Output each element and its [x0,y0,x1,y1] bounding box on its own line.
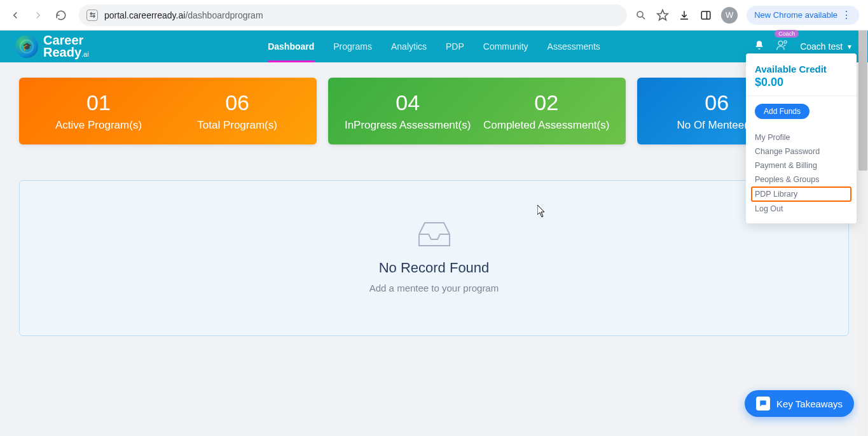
total-programs-value: 06 [168,90,307,115]
scrollbar-track[interactable] [858,31,867,436]
site-settings-icon[interactable]: ⇆ [86,10,98,21]
chevron-down-icon: ▼ [846,43,853,50]
main-nav: Dashboard Programs Analytics PDP Communi… [268,31,600,62]
dropdown-links: My Profile Change Password Payment & Bil… [746,127,857,216]
chat-icon [756,397,770,411]
empty-state-panel: No Record Found Add a mentee to your pro… [19,180,849,336]
address-bar[interactable]: ⇆ portal.careerready.ai/dashboardprogram [79,4,627,26]
completed-assessments-value: 02 [477,90,616,115]
logo-text: Career Ready.ai [43,34,89,59]
chrome-update-label: New Chrome available [754,10,837,20]
back-button[interactable] [5,5,25,25]
reload-button[interactable] [51,5,71,25]
nav-pdp[interactable]: PDP [446,31,464,62]
dd-peoples-groups[interactable]: Peoples & Groups [746,172,857,186]
empty-title: No Record Found [35,260,833,276]
key-takeaways-label: Key Takeaways [776,398,843,409]
bookmark-star-icon[interactable] [656,9,669,22]
avatar-letter: W [726,10,733,20]
inprogress-assessments-label: InProgress Assessment(s) [338,119,477,132]
main-content: 01 Active Program(s) 06 Total Program(s)… [0,62,868,351]
kebab-icon: ⋮ [841,10,851,20]
stat-card-programs: 01 Active Program(s) 06 Total Program(s) [19,78,317,144]
completed-assessments-label: Completed Assessment(s) [477,119,616,132]
logo-icon: 🎓 [15,35,38,58]
role-indicator: Coach [776,39,789,54]
svg-point-0 [637,11,643,17]
available-credit-amount: $0.00 [755,76,848,89]
coach-badge: Coach [775,30,799,38]
user-menu-trigger[interactable]: Coach test ▼ [800,41,853,52]
svg-rect-4 [701,11,710,19]
active-programs-label: Active Program(s) [29,119,168,132]
svg-marker-2 [658,10,668,20]
chrome-update-pill[interactable]: New Chrome available ⋮ [747,6,859,25]
url-text: portal.careerready.ai/dashboardprogram [104,10,263,20]
dd-log-out[interactable]: Log Out [746,202,857,216]
nav-analytics[interactable]: Analytics [391,31,427,62]
nav-dashboard[interactable]: Dashboard [268,31,314,62]
add-funds-button[interactable]: Add Funds [755,104,809,119]
notifications-bell-icon[interactable] [754,40,764,53]
svg-point-6 [778,41,783,45]
dd-change-password[interactable]: Change Password [746,144,857,158]
nav-community[interactable]: Community [483,31,528,62]
total-programs-label: Total Program(s) [168,119,307,132]
key-takeaways-button[interactable]: Key Takeaways [745,390,854,417]
dd-my-profile[interactable]: My Profile [746,130,857,144]
app-logo[interactable]: 🎓 Career Ready.ai [15,34,89,59]
browser-toolbar: ⇆ portal.careerready.ai/dashboardprogram… [0,0,868,31]
inbox-empty-icon [416,218,453,250]
svg-point-7 [784,41,787,43]
profile-avatar[interactable]: W [721,7,738,24]
stat-card-assessments: 04 InProgress Assessment(s) 02 Completed… [328,78,626,144]
dd-pdp-library[interactable]: PDP Library [751,186,851,202]
active-programs-value: 01 [29,90,168,115]
nav-programs[interactable]: Programs [333,31,372,62]
empty-subtitle: Add a mentee to your program [35,283,833,293]
available-credit-title: Available Credit [755,64,848,74]
app-header: 🎓 Career Ready.ai Dashboard Programs Ana… [0,31,868,62]
nav-assessments[interactable]: Assessments [548,31,600,62]
user-dropdown-panel: Available Credit $0.00 Add Funds My Prof… [746,53,857,223]
stats-row: 01 Active Program(s) 06 Total Program(s)… [19,78,849,144]
zoom-icon[interactable] [635,9,647,22]
scrollbar-thumb[interactable] [858,31,867,171]
svg-line-1 [642,17,645,19]
inprogress-assessments-value: 04 [338,90,477,115]
dd-payment-billing[interactable]: Payment & Billing [746,158,857,172]
forward-button[interactable] [28,5,48,25]
user-role-icon [776,39,789,54]
user-name-label: Coach test [800,41,843,52]
panel-icon[interactable] [699,9,712,22]
downloads-icon[interactable] [678,9,691,22]
